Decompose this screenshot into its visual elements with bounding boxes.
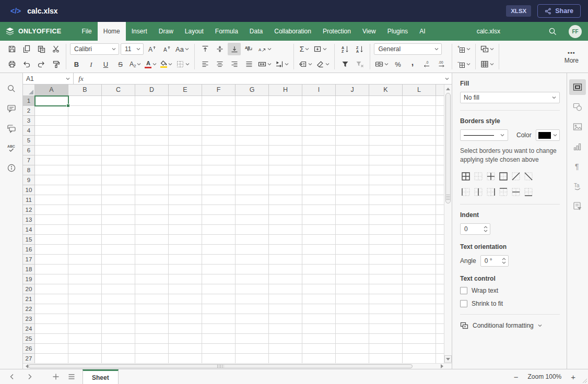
- cell-G17[interactable]: [236, 255, 269, 265]
- cell-G9[interactable]: [236, 175, 269, 185]
- border-left-button[interactable]: [460, 187, 472, 197]
- cell-partial-13[interactable]: [436, 215, 444, 225]
- column-header-b[interactable]: B: [68, 85, 102, 96]
- cell-I12[interactable]: [302, 205, 336, 215]
- cell-G6[interactable]: [236, 146, 269, 155]
- cell-C16[interactable]: [102, 245, 135, 255]
- cell-D5[interactable]: [135, 136, 169, 146]
- cell-J6[interactable]: [336, 146, 369, 155]
- cell-K12[interactable]: [369, 205, 403, 215]
- cell-partial-9[interactable]: [436, 175, 444, 185]
- cell-D27[interactable]: [135, 354, 169, 363]
- textart-settings-tab[interactable]: Ta: [569, 178, 586, 194]
- cell-E20[interactable]: [169, 284, 202, 294]
- cell-C11[interactable]: [102, 195, 135, 205]
- cell-L24[interactable]: [403, 324, 436, 334]
- cell-B4[interactable]: [68, 126, 102, 136]
- filter-button[interactable]: [338, 58, 351, 70]
- cell-D4[interactable]: [135, 126, 169, 136]
- cell-J24[interactable]: [336, 324, 369, 334]
- menu-tab-ai[interactable]: AI: [414, 22, 431, 41]
- menu-tab-collaboration[interactable]: Collaboration: [268, 22, 317, 41]
- expand-formula-bar-button[interactable]: [442, 73, 452, 84]
- align-center-button[interactable]: [213, 58, 226, 70]
- previous-sheet-button[interactable]: [7, 372, 17, 381]
- cell-D1[interactable]: [135, 96, 169, 106]
- search-button[interactable]: [548, 27, 557, 36]
- cell-J17[interactable]: [336, 255, 369, 265]
- cell-A8[interactable]: [35, 165, 68, 175]
- scroll-up-button[interactable]: [444, 86, 452, 92]
- cell-E6[interactable]: [169, 146, 202, 155]
- row-header-15[interactable]: 15: [23, 235, 35, 245]
- cell-K21[interactable]: [369, 294, 403, 304]
- cell-C3[interactable]: [102, 116, 135, 126]
- cell-partial-8[interactable]: [436, 165, 444, 175]
- cell-E18[interactable]: [169, 265, 202, 274]
- cell-C15[interactable]: [102, 235, 135, 245]
- cell-partial-24[interactable]: [436, 324, 444, 334]
- border-color-select[interactable]: [536, 129, 560, 141]
- cell-I10[interactable]: [302, 185, 336, 195]
- cell-A11[interactable]: [35, 195, 68, 205]
- cell-D6[interactable]: [135, 146, 169, 155]
- cell-D16[interactable]: [135, 245, 169, 255]
- cell-G3[interactable]: [236, 116, 269, 126]
- undo-button[interactable]: [20, 58, 33, 70]
- borders-button[interactable]: [175, 58, 191, 70]
- cell-J21[interactable]: [336, 294, 369, 304]
- cell-partial-5[interactable]: [436, 136, 444, 146]
- font-name-select[interactable]: Calibri: [70, 43, 119, 55]
- border-inside-button[interactable]: [485, 171, 497, 182]
- cell-E5[interactable]: [169, 136, 202, 146]
- cell-F18[interactable]: [202, 265, 236, 274]
- cell-C13[interactable]: [102, 215, 135, 225]
- cell-L7[interactable]: [403, 155, 436, 165]
- cell-H8[interactable]: [269, 165, 302, 175]
- cell-C8[interactable]: [102, 165, 135, 175]
- cell-H7[interactable]: [269, 155, 302, 165]
- menu-tab-plugins[interactable]: Plugins: [382, 22, 414, 41]
- cell-I1[interactable]: [302, 96, 336, 106]
- cell-D21[interactable]: [135, 294, 169, 304]
- cell-B2[interactable]: [68, 106, 102, 116]
- cell-F17[interactable]: [202, 255, 236, 265]
- row-header-23[interactable]: 23: [23, 314, 35, 324]
- cell-D24[interactable]: [135, 324, 169, 334]
- cell-D11[interactable]: [135, 195, 169, 205]
- format-as-table-button[interactable]: [479, 58, 495, 70]
- chart-settings-tab[interactable]: [569, 139, 586, 154]
- cell-J25[interactable]: [336, 334, 369, 344]
- cell-D3[interactable]: [135, 116, 169, 126]
- cell-J20[interactable]: [336, 284, 369, 294]
- insert-cells-button[interactable]: +: [456, 43, 472, 55]
- cell-C22[interactable]: [102, 304, 135, 314]
- cell-F16[interactable]: [202, 245, 236, 255]
- row-header-10[interactable]: 10: [23, 185, 35, 195]
- menu-tab-home[interactable]: Home: [98, 22, 126, 41]
- horizontal-scrollbar[interactable]: [23, 363, 452, 369]
- row-header-9[interactable]: 9: [23, 175, 35, 185]
- cell-B1[interactable]: [68, 96, 102, 106]
- cell-K18[interactable]: [369, 265, 403, 274]
- cell-partial-3[interactable]: [436, 116, 444, 126]
- cell-H23[interactable]: [269, 314, 302, 324]
- vertical-scrollbar[interactable]: [444, 85, 452, 363]
- cell-H5[interactable]: [269, 136, 302, 146]
- cell-H19[interactable]: [269, 274, 302, 284]
- cell-A9[interactable]: [35, 175, 68, 185]
- align-middle-button[interactable]: [213, 43, 226, 55]
- column-header-h[interactable]: H: [269, 85, 302, 96]
- cell-L2[interactable]: [403, 106, 436, 116]
- row-header-7[interactable]: 7: [23, 155, 35, 165]
- row-header-21[interactable]: 21: [23, 294, 35, 304]
- cell-C1[interactable]: [102, 96, 135, 106]
- cell-partial-6[interactable]: [436, 146, 444, 155]
- cell-C10[interactable]: [102, 185, 135, 195]
- cell-partial-26[interactable]: [436, 344, 444, 354]
- cell-L20[interactable]: [403, 284, 436, 294]
- cell-A15[interactable]: [35, 235, 68, 245]
- cell-K16[interactable]: [369, 245, 403, 255]
- cell-D22[interactable]: [135, 304, 169, 314]
- sheet-list-button[interactable]: [67, 372, 76, 381]
